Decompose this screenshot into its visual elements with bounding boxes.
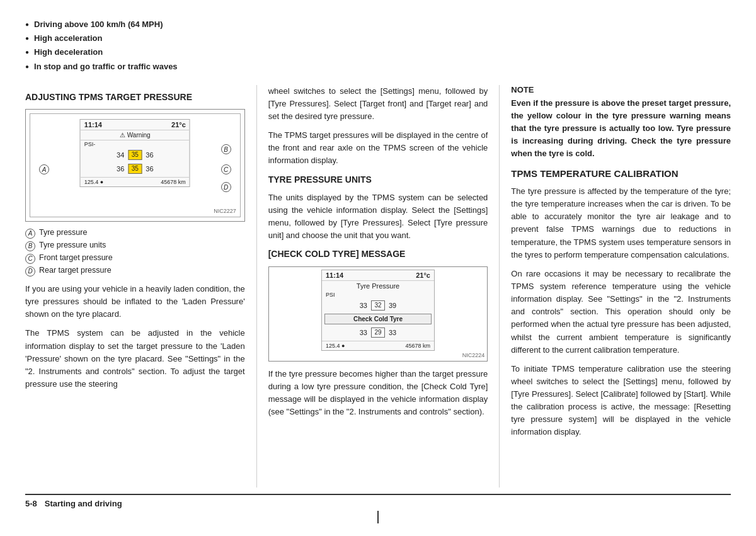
rear-right-val: 36 [146, 165, 153, 173]
note-text: Even if the pressure is above the preset… [511, 97, 731, 161]
note-label: NOTE [511, 85, 731, 94]
check-label: Tyre Pressure [322, 281, 434, 291]
bullet-1: Driving above 100 km/h (64 MPH) [25, 19, 731, 30]
screen-time-1: 11:14 [84, 121, 102, 128]
check-psi: PSI [322, 291, 434, 299]
check-tyre-row2: 33 29 33 [322, 326, 434, 339]
label-c-circle: C [221, 164, 231, 175]
check-screen-topbar: 11:14 21°c [322, 270, 434, 281]
diag-label-c: C Front target pressure [25, 253, 245, 264]
para-wheel-switches: wheel switches to select the [Settings] … [268, 85, 488, 123]
km-1: 45678 km [161, 179, 186, 185]
bullet-2: High acceleration [25, 33, 731, 44]
label-a-circle: A [39, 164, 49, 175]
para-laden-1: If you are using your vehicle in a heavi… [25, 283, 245, 321]
label-d-circle: D [221, 182, 231, 193]
footer: 5-8 Starting and driving [25, 494, 731, 508]
heading-units: TYRE PRESSURE UNITS [268, 174, 488, 185]
check-cold-banner: Check Cold Tyre [324, 314, 432, 324]
front-left-val: 34 [117, 151, 124, 159]
check-nic: NIC2224 [272, 352, 485, 358]
check-time: 11:14 [326, 271, 343, 279]
intro-bullet-list: Driving above 100 km/h (64 MPH) High acc… [25, 19, 731, 75]
screen-topbar-1: 11:14 21°c [81, 120, 190, 130]
tpms-screen-1: 11:14 21°c Warning PSI- 34 35 36 36 35 [80, 119, 190, 187]
bullet-4: In stop and go traffic or traffic waves [25, 61, 731, 72]
para-units: The units displayed by the TPMS system c… [268, 191, 488, 242]
diag-label-b: B Tyre pressure units [25, 241, 245, 251]
screen-warning-1: Warning [81, 130, 190, 140]
check-odometer: 125.4 ● [326, 343, 345, 349]
check-temp: 21°c [416, 271, 430, 279]
front-right-val: 36 [146, 151, 153, 159]
check-r2-left: 33 [360, 329, 367, 336]
check-r1-right: 39 [389, 302, 396, 309]
page: Driving above 100 km/h (64 MPH) High acc… [0, 0, 756, 536]
check-screen-bottom: 125.4 ● 45678 km [322, 341, 434, 350]
check-km: 45678 km [405, 343, 430, 349]
para-display-info: The TPMS target pressures will be displa… [268, 129, 488, 167]
check-r1-left: 33 [360, 302, 367, 309]
main-columns: ADJUSTING TPMS TARGET PRESSURE 11:14 21°… [25, 85, 731, 488]
diagram-adjusting: 11:14 21°c Warning PSI- 34 35 36 36 35 [25, 109, 245, 222]
column-1: ADJUSTING TPMS TARGET PRESSURE 11:14 21°… [25, 85, 256, 488]
para-check-cold: If the tyre pressure becomes higher than… [268, 368, 488, 419]
diagram-inner-1: 11:14 21°c Warning PSI- 34 35 36 36 35 [30, 113, 241, 217]
front-mid-box: 35 [128, 150, 142, 160]
odometer-1: 125.4 ● [84, 179, 103, 185]
column-3: NOTE Even if the pressure is above the p… [499, 85, 731, 488]
footer-section: Starting and driving [45, 499, 122, 508]
diag-label-d: D Rear target pressure [25, 266, 245, 277]
screen-bottom-1: 125.4 ● 45678 km [81, 177, 190, 186]
check-r2-right: 33 [389, 329, 396, 336]
para-laden-2: The TPMS system can be adjusted in the v… [25, 327, 245, 391]
diagram-check-cold: 11:14 21°c Tyre Pressure PSI 33 32 39 Ch… [268, 266, 488, 362]
diagram-1-labels: A Tyre pressure B Tyre pressure units C … [25, 228, 245, 277]
rear-mid-box: 35 [128, 164, 142, 174]
center-mark [377, 511, 379, 523]
label-b-circle: B [221, 144, 231, 155]
diag-label-a: A Tyre pressure [25, 228, 245, 239]
para-calibration-1: The tyre pressure is affected by the tem… [511, 185, 731, 261]
para-calibration-2: On rare occasions it may be necessary to… [511, 268, 731, 356]
note-box: NOTE Even if the pressure is above the p… [511, 85, 731, 161]
tyre-row-rear: 36 35 36 [81, 162, 190, 176]
rear-left-val: 36 [117, 165, 124, 173]
heading-check-cold: [CHECK COLD TYRE] MESSAGE [268, 248, 488, 259]
screen-temp-1: 21°c [171, 121, 186, 128]
screen-psi-1: PSI- [81, 140, 190, 148]
check-r1-mid: 32 [371, 300, 385, 311]
bottom-marks [25, 511, 731, 523]
nic-1: NIC2227 [214, 208, 236, 214]
bullet-3: High deceleration [25, 47, 731, 58]
tyre-row-front: 34 35 36 [81, 148, 190, 162]
check-tyre-row1: 33 32 39 [322, 299, 434, 312]
check-cold-screen: 11:14 21°c Tyre Pressure PSI 33 32 39 Ch… [321, 270, 435, 351]
heading-adjusting: ADJUSTING TPMS TARGET PRESSURE [25, 91, 245, 103]
column-2: wheel switches to select the [Settings] … [256, 85, 500, 488]
para-calibration-3: To initiate TPMS temperature calibration… [511, 363, 731, 439]
footer-page: 5-8 [25, 499, 37, 508]
check-r2-mid: 29 [371, 328, 385, 338]
heading-calibration: TPMS TEMPERATURE CALIBRATION [511, 168, 731, 180]
